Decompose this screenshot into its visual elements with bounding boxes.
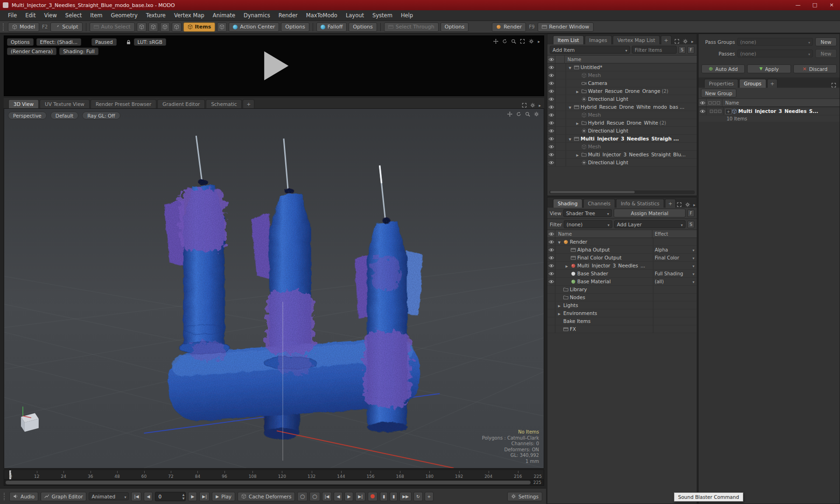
timeline-scroll-handle[interactable] bbox=[6, 481, 531, 484]
select-through-button[interactable]: Select Through bbox=[384, 22, 439, 32]
effect-dropdown[interactable]: (all) bbox=[653, 278, 696, 285]
graph-editor-button[interactable]: Graph Editor bbox=[41, 492, 87, 501]
maximize-button[interactable]: □ bbox=[806, 0, 823, 10]
visibility-eye-icon[interactable] bbox=[548, 272, 554, 276]
action-center-options-button[interactable]: Options bbox=[281, 22, 309, 32]
viewport-tab[interactable]: 3D View bbox=[8, 99, 39, 108]
expander-open-icon[interactable] bbox=[557, 239, 562, 245]
panel-menu-icon[interactable] bbox=[539, 102, 541, 108]
panel-menu-icon[interactable] bbox=[691, 38, 693, 44]
shader-row[interactable]: FX bbox=[547, 325, 697, 333]
expand-icon[interactable] bbox=[522, 103, 527, 108]
transport-grip[interactable] bbox=[4, 493, 6, 500]
3d-scene-canvas[interactable] bbox=[4, 109, 544, 468]
visibility-eye-icon[interactable] bbox=[548, 153, 554, 157]
visibility-eye-icon[interactable] bbox=[548, 161, 554, 165]
scopes-button[interactable]: S bbox=[679, 46, 686, 54]
viewport-tab[interactable]: Render Preset Browser bbox=[91, 99, 156, 108]
frame-spinner[interactable]: ▲▼ bbox=[182, 493, 185, 500]
item-row[interactable]: Mesh bbox=[547, 71, 697, 79]
filter-items-input[interactable] bbox=[632, 46, 677, 54]
shader-row[interactable]: Lights bbox=[547, 301, 697, 309]
play-button[interactable]: ▶Play bbox=[212, 492, 235, 501]
pan-icon[interactable] bbox=[507, 112, 512, 117]
menu-item[interactable]: System bbox=[368, 11, 397, 20]
visibility-eye-icon[interactable] bbox=[548, 73, 554, 77]
injector-model[interactable] bbox=[164, 180, 422, 440]
add-panel-tab-button[interactable]: + bbox=[767, 79, 778, 88]
preview-lut-button[interactable]: LUT: sRGB bbox=[134, 38, 166, 46]
shader-row[interactable]: Multi_Injector_3_Needles_... bbox=[547, 262, 697, 270]
raygl-dropdown[interactable]: Ray GL: Off bbox=[82, 112, 120, 119]
transport-extra-button[interactable]: ◯ bbox=[309, 492, 320, 501]
step-back-button[interactable]: ◀ bbox=[144, 492, 153, 501]
item-list-tab[interactable]: Images bbox=[585, 35, 612, 44]
menu-item[interactable]: Geometry bbox=[107, 11, 142, 20]
visibility-eye-icon[interactable] bbox=[548, 97, 554, 101]
add-panel-tab-button[interactable]: + bbox=[661, 35, 672, 44]
preview-options-button[interactable]: Options bbox=[7, 38, 34, 46]
falloff-button[interactable]: Falloff bbox=[316, 22, 347, 32]
materials-mode-button[interactable] bbox=[172, 22, 182, 32]
shader-row[interactable]: Environments bbox=[547, 309, 697, 317]
preview-effect-button[interactable]: Effect: (Shadi... bbox=[36, 38, 82, 46]
item-list-tab[interactable]: Vertex Map List bbox=[613, 35, 660, 44]
action-center-button[interactable]: Action Center bbox=[229, 22, 279, 32]
render-window-button[interactable]: Render Window bbox=[538, 22, 594, 32]
auto-select-button[interactable]: Auto Select bbox=[90, 22, 135, 32]
s-button[interactable]: S bbox=[687, 221, 694, 228]
visibility-eye-icon[interactable] bbox=[548, 256, 554, 260]
shader-tree-dropdown[interactable]: Shader Tree bbox=[563, 209, 612, 217]
menu-item[interactable]: Animate bbox=[209, 11, 239, 20]
item-row[interactable]: Mesh bbox=[547, 143, 697, 151]
scrollbar-handle[interactable] bbox=[550, 191, 635, 193]
viewport-tab[interactable]: Schematic bbox=[206, 99, 242, 108]
transport-extra-button[interactable]: ◯ bbox=[297, 492, 308, 501]
visibility-eye-icon[interactable] bbox=[548, 81, 554, 85]
cache-deformers-button[interactable]: Cache Deformers bbox=[238, 492, 295, 501]
visibility-eye-icon[interactable] bbox=[548, 65, 554, 70]
pass-groups-dropdown[interactable]: (none) bbox=[737, 38, 813, 46]
menu-item[interactable]: Vertex Map bbox=[170, 11, 209, 20]
timeline-scrollbar[interactable]: 225 bbox=[4, 480, 544, 486]
visibility-eye-icon[interactable] bbox=[700, 109, 706, 113]
item-row[interactable]: Camera bbox=[547, 79, 697, 87]
panel-menu-icon[interactable] bbox=[538, 38, 540, 44]
right-panel-tab[interactable]: Properties bbox=[704, 79, 738, 88]
auto-add-button[interactable]: ⊕Auto Add bbox=[701, 64, 745, 73]
expand-icon[interactable] bbox=[674, 39, 679, 44]
filter-dropdown[interactable]: (none) bbox=[564, 220, 612, 228]
expander-open-icon[interactable] bbox=[567, 104, 573, 110]
shading-tab[interactable]: Info & Statistics bbox=[616, 199, 664, 208]
preview-play-button[interactable] bbox=[264, 51, 288, 80]
go-to-end-button[interactable]: ▶| bbox=[199, 492, 210, 501]
shader-row[interactable]: Base Material(all) bbox=[547, 278, 697, 286]
visibility-eye-icon[interactable] bbox=[548, 240, 554, 244]
visibility-eye-icon[interactable] bbox=[548, 264, 554, 268]
add-item-dropdown[interactable]: Add Item bbox=[550, 46, 630, 54]
polygons-mode-button[interactable] bbox=[160, 22, 170, 32]
expander-open-icon[interactable] bbox=[567, 64, 573, 70]
horizontal-scrollbar[interactable] bbox=[549, 190, 695, 194]
zoom-icon[interactable] bbox=[525, 112, 530, 117]
item-row[interactable]: Hybrid_Rescue_Drone_White_modo_bas ... bbox=[547, 103, 697, 111]
transport-extra-button[interactable]: ◀ bbox=[334, 492, 343, 501]
right-panel-tab[interactable]: Groups bbox=[739, 79, 766, 88]
menu-item[interactable]: Dynamics bbox=[239, 11, 274, 20]
transport-extra-button[interactable]: |◀ bbox=[322, 492, 332, 501]
expander-closed-icon[interactable] bbox=[564, 263, 569, 269]
group-row[interactable]: Multi_Injector_3_Needles_S... bbox=[699, 107, 840, 115]
render-preview[interactable]: Options Effect: (Shadi... Paused LUT: sR… bbox=[4, 35, 544, 96]
model-layout-button[interactable]: Model bbox=[8, 22, 39, 32]
viewport-tab[interactable]: Gradient Editor bbox=[157, 99, 205, 108]
zoom-icon[interactable] bbox=[511, 39, 516, 44]
menu-item[interactable]: Help bbox=[397, 11, 417, 20]
filters-button[interactable]: F bbox=[687, 46, 694, 54]
visibility-eye-icon[interactable] bbox=[548, 89, 554, 93]
new-pass-group-button[interactable]: New bbox=[815, 37, 837, 46]
menu-item[interactable]: MaxToModo bbox=[302, 11, 342, 20]
go-to-start-button[interactable]: |◀ bbox=[131, 492, 141, 501]
transport-extra-button[interactable]: + bbox=[425, 492, 434, 501]
transport-extra-button[interactable]: ▮ bbox=[390, 492, 398, 501]
vertices-mode-button[interactable] bbox=[137, 22, 147, 32]
